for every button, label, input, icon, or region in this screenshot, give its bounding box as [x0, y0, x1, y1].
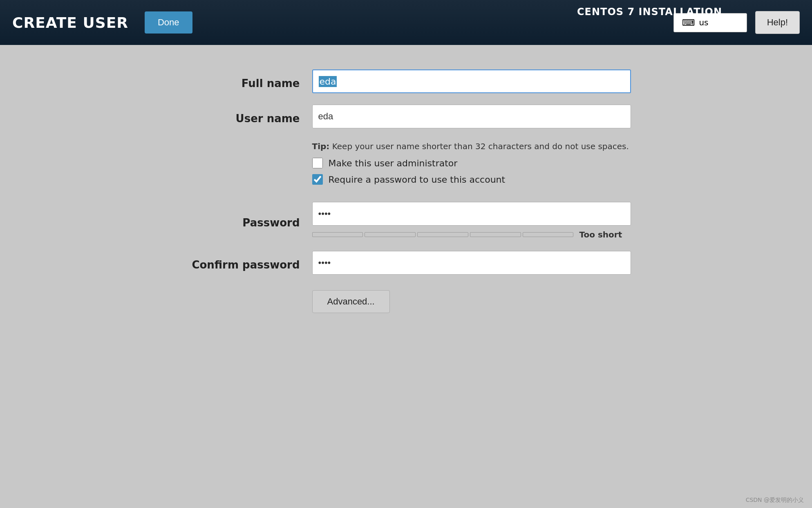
tip-text: Tip: Keep your user name shorter than 32… [312, 141, 631, 151]
advanced-button-area: Advanced... [312, 286, 631, 313]
strength-segment-2 [365, 232, 416, 237]
username-input-area [312, 105, 631, 128]
options-label-spacer [181, 140, 312, 144]
password-label: Password [181, 213, 312, 229]
admin-checkbox-label[interactable]: Make this user administrator [329, 158, 458, 168]
strength-label: Too short [579, 230, 622, 239]
confirm-password-input-area [312, 251, 631, 275]
centos-installation-label: CENTOS 7 INSTALLATION [577, 6, 722, 18]
username-input[interactable] [312, 105, 631, 128]
full-name-row: Full name eda [181, 69, 631, 93]
full-name-input-area: eda [312, 69, 631, 93]
tip-content: Keep your user name shorter than 32 char… [332, 141, 629, 151]
tip-prefix: Tip: [312, 141, 330, 151]
password-input-area: Too short [312, 202, 631, 239]
advanced-row: Advanced... [181, 286, 631, 313]
admin-checkbox-row: Make this user administrator [312, 158, 631, 168]
strength-segment-3 [417, 232, 468, 237]
done-button[interactable]: Done [145, 11, 192, 34]
confirm-password-input[interactable] [312, 251, 631, 275]
keyboard-layout-label: us [699, 18, 708, 27]
full-name-input-wrapper[interactable]: eda [312, 69, 631, 93]
admin-checkbox[interactable] [312, 158, 323, 168]
strength-segment-1 [312, 232, 363, 237]
confirm-password-row: Confirm password [181, 251, 631, 275]
password-required-checkbox-label[interactable]: Require a password to use this account [329, 175, 506, 185]
password-required-checkbox-row: Require a password to use this account [312, 174, 631, 185]
strength-segment-5 [523, 232, 574, 237]
page-title: CREATE USER [12, 14, 128, 31]
advanced-label-spacer [181, 298, 312, 302]
username-row: User name [181, 105, 631, 128]
confirm-password-label: Confirm password [181, 255, 312, 271]
username-label: User name [181, 108, 312, 125]
advanced-button[interactable]: Advanced... [312, 290, 390, 313]
options-area: Tip: Keep your user name shorter than 32… [312, 140, 631, 190]
main-content: Full name eda User name Tip: Keep your u… [0, 45, 812, 508]
header: CREATE USER Done CENTOS 7 INSTALLATION ⌨… [0, 0, 812, 45]
header-left: CREATE USER Done [12, 11, 192, 34]
watermark: CSDN @爱发明的小义 [746, 497, 804, 504]
full-name-selected-text: eda [319, 76, 337, 87]
strength-segment-4 [470, 232, 521, 237]
options-row: Tip: Keep your user name shorter than 32… [181, 140, 631, 190]
form-container: Full name eda User name Tip: Keep your u… [181, 69, 631, 324]
password-required-checkbox[interactable] [312, 174, 323, 185]
password-input[interactable] [312, 202, 631, 226]
keyboard-icon: ⌨ [682, 18, 695, 28]
help-button[interactable]: Help! [755, 11, 800, 34]
strength-bar [312, 232, 574, 237]
strength-bar-container: Too short [312, 230, 631, 239]
password-row: Password Too short [181, 202, 631, 239]
full-name-label: Full name [181, 73, 312, 90]
